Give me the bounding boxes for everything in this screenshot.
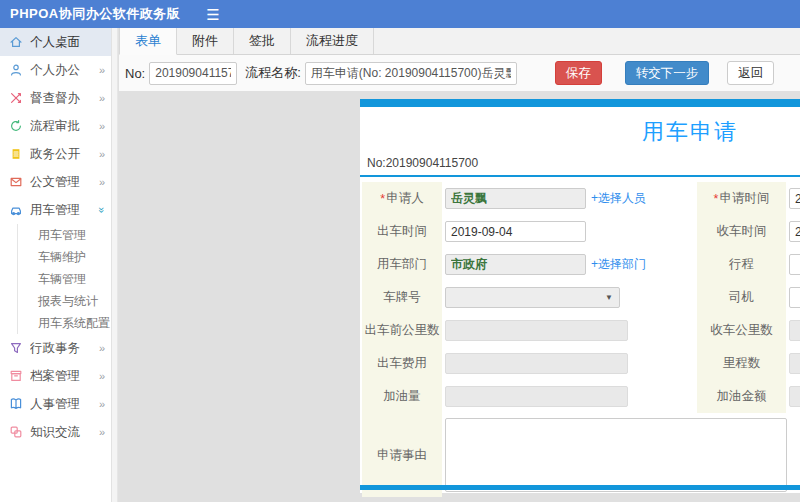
picker-link[interactable]: +选择人员 xyxy=(591,190,646,207)
field-label: 收车时间 xyxy=(697,215,786,248)
sidebar-subitem-3[interactable]: 车辆管理 xyxy=(18,268,111,290)
form-row-6: 出车费用里程数 xyxy=(360,347,800,380)
sidebar-item-label: 个人办公 xyxy=(30,62,99,79)
sidebar-subitem-1[interactable]: 用车管理 xyxy=(18,224,111,246)
forward-next-step-button[interactable]: 转交下一步 xyxy=(625,61,710,85)
field-label: *申请人 xyxy=(362,182,442,215)
行程-input[interactable] xyxy=(789,254,800,275)
chevron-icon: » xyxy=(99,64,105,76)
home-icon xyxy=(9,35,23,49)
hr-icon xyxy=(9,397,23,411)
sidebar-item-label: 个人桌面 xyxy=(30,34,105,51)
form-row-1: *申请人+选择人员*申请时间 xyxy=(360,182,800,215)
tab-4[interactable]: 流程进度 xyxy=(291,28,374,54)
form-title: 用车申请 xyxy=(360,117,800,147)
sidebar-subitem-5[interactable]: 用车系统配置 xyxy=(18,312,111,334)
chevron-icon: » xyxy=(99,176,105,188)
sidebar-item-7[interactable]: 用车管理» xyxy=(0,196,111,224)
document-icon xyxy=(9,175,23,189)
sidebar-item-8[interactable]: 行政事务» xyxy=(0,334,111,362)
field-value-cell xyxy=(786,353,800,374)
chevron-icon: » xyxy=(99,342,105,354)
form-table: *申请人+选择人员*申请时间出车时间收车时间用车部门+选择部门行程车牌号▼司机出… xyxy=(360,182,800,497)
field-value-cell xyxy=(786,254,800,275)
sidebar-subitem-4[interactable]: 报表与统计 xyxy=(18,290,111,312)
sidebar-item-11[interactable]: 知识交流» xyxy=(0,418,111,446)
plate-number-select[interactable]: ▼ xyxy=(445,287,620,308)
picker-link[interactable]: +选择部门 xyxy=(591,256,646,273)
field-label: 出车费用 xyxy=(362,347,442,380)
sidebar: 个人桌面个人办公»督查督办»流程审批»政务公开»公文管理»用车管理»用车管理车辆… xyxy=(0,28,112,502)
sidebar-item-label: 知识交流 xyxy=(30,424,99,441)
chevron-icon: » xyxy=(99,92,105,104)
加油金额-input xyxy=(789,386,800,407)
申请时间-input[interactable] xyxy=(789,188,800,209)
tab-3[interactable]: 签批 xyxy=(234,28,291,54)
form-bottom-accent-bar xyxy=(360,485,800,490)
top-bar: PHPOA协同办公软件政务版 ☰ xyxy=(0,0,800,28)
sidebar-item-2[interactable]: 个人办公» xyxy=(0,56,111,84)
sidebar-item-label: 行政事务 xyxy=(30,340,99,357)
form-row-7: 加油量加油金额 xyxy=(360,380,800,413)
field-value-cell xyxy=(442,353,637,374)
field-label: 里程数 xyxy=(697,347,786,380)
field-value-cell xyxy=(442,221,637,242)
sidebar-subitem-2[interactable]: 车辆维护 xyxy=(18,246,111,268)
tab-1[interactable]: 表单 xyxy=(119,28,177,55)
field-label: 出车时间 xyxy=(362,215,442,248)
出车费用-input xyxy=(445,353,628,374)
sidebar-item-9[interactable]: 档案管理» xyxy=(0,362,111,390)
field-value-cell xyxy=(442,320,637,341)
sidebar-item-10[interactable]: 人事管理» xyxy=(0,390,111,418)
hamburger-icon[interactable]: ☰ xyxy=(206,7,219,22)
field-value-cell xyxy=(786,188,800,209)
sidebar-item-3[interactable]: 督查督办» xyxy=(0,84,111,112)
flow-name-input[interactable] xyxy=(305,62,517,85)
field-label: 加油量 xyxy=(362,380,442,413)
no-input[interactable] xyxy=(149,62,237,85)
sidebar-item-4[interactable]: 流程审批» xyxy=(0,112,111,140)
content-area: 用车申请 No:20190904115700 *申请人+选择人员*申请时间出车时… xyxy=(119,91,800,502)
sidebar-item-label: 督查督办 xyxy=(30,90,99,107)
收车公里数-input xyxy=(789,320,800,341)
field-label: 出车前公里数 xyxy=(362,314,442,347)
chevron-icon: » xyxy=(99,398,105,410)
form-row-3: 用车部门+选择部门行程 xyxy=(360,248,800,281)
disclosure-icon xyxy=(9,147,23,161)
form-no-line: No:20190904115700 xyxy=(360,156,800,170)
出车前公里数-input xyxy=(445,320,628,341)
back-button[interactable]: 返回 xyxy=(727,61,774,85)
sidebar-item-label: 人事管理 xyxy=(30,396,99,413)
收车时间-input[interactable] xyxy=(789,221,800,242)
sidebar-scrollbar[interactable] xyxy=(112,28,118,502)
司机-input[interactable] xyxy=(789,287,800,308)
sidebar-item-6[interactable]: 公文管理» xyxy=(0,168,111,196)
tab-bar: 表单附件签批流程进度 xyxy=(119,28,800,55)
出车时间-input[interactable] xyxy=(445,221,586,242)
chevron-icon: » xyxy=(99,120,105,132)
required-asterisk: * xyxy=(714,192,719,206)
knowledge-icon xyxy=(9,425,23,439)
field-value-cell: +选择人员 xyxy=(442,188,637,209)
里程数-input xyxy=(789,353,800,374)
app-title: PHPOA协同办公软件政务版 xyxy=(0,5,180,23)
field-value-cell xyxy=(786,386,800,407)
field-value-cell: ▼ xyxy=(442,287,637,308)
form-row-2: 出车时间收车时间 xyxy=(360,215,800,248)
field-label: 加油金额 xyxy=(697,380,786,413)
tab-2[interactable]: 附件 xyxy=(177,28,234,54)
sidebar-item-5[interactable]: 政务公开» xyxy=(0,140,111,168)
field-label: *申请时间 xyxy=(697,182,786,215)
sidebar-item-1[interactable]: 个人桌面 xyxy=(0,28,111,56)
申请人-input[interactable] xyxy=(445,188,586,209)
flow-header-row: No: 流程名称: 保存 转交下一步 返回 xyxy=(119,55,800,91)
form-row-5: 出车前公里数收车公里数 xyxy=(360,314,800,347)
sidebar-item-label: 政务公开 xyxy=(30,146,99,163)
reason-textarea[interactable] xyxy=(445,418,787,492)
save-button[interactable]: 保存 xyxy=(555,61,602,85)
field-value-cell xyxy=(786,320,800,341)
approval-icon xyxy=(9,119,23,133)
dropdown-arrow-icon: ▼ xyxy=(605,293,613,302)
用车部门-input[interactable] xyxy=(445,254,586,275)
form-panel: 用车申请 No:20190904115700 *申请人+选择人员*申请时间出车时… xyxy=(360,99,800,493)
